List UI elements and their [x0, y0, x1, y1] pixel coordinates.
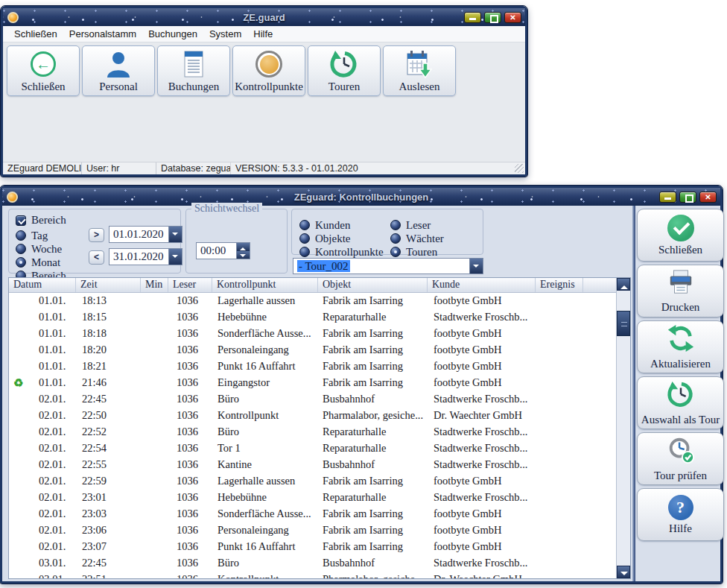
tour-select-combo[interactable]: - Tour_002	[293, 258, 483, 274]
radio-leser[interactable]: Leser	[390, 219, 444, 231]
column-header-min[interactable]: Min	[141, 278, 168, 292]
table-row[interactable]: 01.01. 18:18 1036 Sonderfläche Ausse... …	[9, 326, 616, 342]
menu-hilfe[interactable]: Hilfe	[247, 28, 279, 39]
table-row[interactable]: 02.01. 22:54 1036 Tor 1 Reparaturhalle S…	[9, 440, 616, 457]
radio-icon[interactable]	[16, 244, 26, 254]
table-row[interactable]: 02.01. 23:07 1036 Punkt 16 Auffahrt Fabr…	[9, 539, 616, 555]
menu-schliessen[interactable]: Schließen	[8, 28, 63, 39]
date-to-combo[interactable]: 31.01.2020	[109, 248, 182, 265]
radio-touren[interactable]: Touren	[390, 246, 444, 258]
table-row[interactable]: 02.01. 22:59 1036 Lagerhalle aussen Fabr…	[9, 473, 616, 490]
radio-monat[interactable]: Monat	[16, 256, 66, 268]
column-header-datum[interactable]: Datum	[9, 278, 76, 292]
chevron-down-icon[interactable]	[168, 227, 182, 242]
close-icon[interactable]	[699, 192, 717, 203]
spinner-up-icon[interactable]	[237, 243, 250, 251]
radio-kontrollpunkte[interactable]: Kontrollpunkte	[299, 246, 384, 258]
scroll-up-icon[interactable]	[617, 278, 630, 291]
calendar-download-icon	[404, 48, 434, 80]
radio-icon[interactable]	[390, 233, 401, 244]
scrollbar-thumb[interactable]	[617, 311, 630, 336]
radio-icon[interactable]	[299, 233, 310, 244]
toolbar-schliessen-button[interactable]: Schließen	[7, 45, 80, 96]
main-titlebar[interactable]: ZE.guard	[3, 8, 525, 26]
toolbar-buchungen-button[interactable]: Buchungen	[157, 45, 230, 96]
date-from-combo[interactable]: 01.01.2020	[109, 226, 182, 243]
hilfe-button[interactable]: Hilfe	[637, 488, 724, 541]
maximize-icon[interactable]	[484, 12, 501, 23]
radio-tag[interactable]: Tag	[16, 230, 66, 241]
toolbar-kontrollpunkte-button[interactable]: Kontrollpunkte	[232, 45, 305, 96]
dialog-window-title: ZEguard: Kontrollbuchungen	[2, 192, 720, 203]
main-window-title: ZE.guard	[3, 12, 525, 23]
close-icon[interactable]	[504, 12, 521, 23]
toolbar-personal-button[interactable]: Personal	[82, 45, 155, 96]
table-row[interactable]: 02.01. 22:52 1036 Büro Reparaturhalle St…	[9, 424, 616, 440]
table-row[interactable]: 03.01. 22:51 1036 Kontrollpunkt Pharmala…	[9, 572, 616, 579]
spinner-down-icon[interactable]	[237, 251, 250, 259]
period-forward-button[interactable]: >	[89, 228, 104, 242]
table-row[interactable]: 02.01. 22:55 1036 Kantine Busbahnhof Sta…	[9, 457, 616, 473]
menu-buchungen[interactable]: Buchungen	[142, 28, 203, 39]
chevron-down-icon[interactable]	[469, 259, 483, 274]
tour-select-value[interactable]: - Tour_002	[293, 259, 469, 274]
radio-icon[interactable]	[299, 220, 310, 230]
schichtwechsel-time-field[interactable]: 00:00	[196, 242, 250, 259]
table-row[interactable]: 02.01. 22:45 1036 Büro Busbahnhof Stadtw…	[9, 391, 616, 408]
period-back-button[interactable]: <	[89, 250, 104, 265]
bereich-checkbox-row[interactable]: Bereich	[16, 214, 66, 227]
minimize-icon[interactable]	[659, 192, 676, 203]
radio-selected-icon[interactable]	[390, 247, 401, 257]
window-controls	[464, 12, 521, 23]
aktualisieren-button[interactable]: Aktualisieren	[637, 320, 724, 373]
toolbar-auslesen-button[interactable]: Auslesen	[383, 45, 456, 96]
radio-icon[interactable]	[299, 247, 310, 257]
resize-grip-icon[interactable]	[515, 164, 524, 173]
minimize-icon[interactable]	[464, 12, 481, 23]
schichtwechsel-time-value[interactable]: 00:00	[197, 243, 236, 259]
column-header-objekt[interactable]: Objekt	[318, 278, 428, 292]
radio-kunden[interactable]: Kunden	[299, 219, 384, 231]
table-row[interactable]: 02.01. 23:01 1036 Hebebühne Reparaturhal…	[9, 490, 616, 506]
chevron-down-icon[interactable]	[168, 249, 182, 265]
dialog-schliessen-button[interactable]: Schließen	[637, 209, 724, 262]
table-row[interactable]: 03.01. 22:45 1036 Büro Busbahnhof Stadtw…	[9, 555, 616, 572]
table-row[interactable]: 02.01. 22:50 1036 Kontrollpunkt Pharmala…	[9, 408, 616, 424]
vertical-scrollbar[interactable]	[616, 278, 630, 578]
toolbar-label: Buchungen	[168, 80, 219, 93]
table-row[interactable]: 02.01. 23:06 1036 Personaleingang Fabrik…	[9, 522, 616, 539]
menu-personalstamm[interactable]: Personalstamm	[63, 28, 142, 39]
scroll-down-icon[interactable]	[617, 566, 630, 578]
column-header-kontrollpunkt[interactable]: Kontrollpunkt	[212, 278, 318, 292]
dialog-titlebar[interactable]: ZEguard: Kontrollbuchungen	[2, 188, 720, 206]
drucken-button[interactable]: Drucken	[637, 265, 724, 317]
printer-icon	[667, 269, 695, 299]
auswahl-als-tour-button[interactable]: Auswahl als Tour	[637, 376, 724, 429]
table-row[interactable]: 01.01. 21:46 1036 Eingangstor Fabrik am …	[9, 375, 616, 391]
radio-icon[interactable]	[390, 220, 401, 230]
checkbox-checked-icon[interactable]	[16, 215, 26, 226]
column-header-ereignis[interactable]: Ereignis	[536, 278, 583, 292]
table-row[interactable]: 01.01. 18:15 1036 Hebebühne Reparaturhal…	[9, 309, 616, 326]
radio-waechter[interactable]: Wächter	[390, 233, 444, 244]
menu-system[interactable]: System	[203, 28, 247, 39]
toolbar-label: Touren	[328, 80, 360, 93]
tour-clock-icon	[667, 380, 695, 411]
date-to-value[interactable]: 31.01.2020	[109, 249, 168, 265]
tour-pruefen-button[interactable]: Tour prüfen	[637, 432, 724, 485]
radio-icon[interactable]	[16, 230, 26, 241]
date-from-value[interactable]: 01.01.2020	[109, 227, 168, 242]
toolbar-touren-button[interactable]: Touren	[308, 45, 381, 96]
table-row[interactable]: 02.01. 23:03 1036 Sonderfläche Ausse... …	[9, 506, 616, 522]
table-row[interactable]: 01.01. 18:21 1036 Punkt 16 Auffahrt Fabr…	[9, 358, 616, 375]
radio-woche[interactable]: Woche	[16, 243, 66, 255]
maximize-icon[interactable]	[679, 192, 696, 203]
column-header-zeit[interactable]: Zeit	[76, 278, 141, 292]
app-icon	[7, 12, 19, 23]
radio-objekte[interactable]: Objekte	[299, 233, 384, 244]
radio-selected-icon[interactable]	[16, 257, 26, 268]
table-row[interactable]: 01.01. 18:20 1036 Personaleingang Fabrik…	[9, 342, 616, 358]
table-row[interactable]: 01.01. 18:13 1036 Lagerhalle aussen Fabr…	[9, 293, 616, 309]
column-header-kunde[interactable]: Kunde	[428, 278, 536, 292]
column-header-leser[interactable]: Leser	[168, 278, 212, 292]
